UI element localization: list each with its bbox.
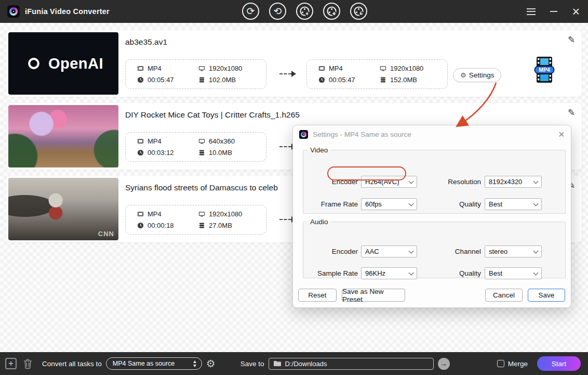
source-resolution: 640x360 (209, 137, 235, 145)
task-row-1: OpenAI ab3e35.av1 MP4 1920x1080 00:05:47… (6, 30, 582, 97)
toolbar: ⟳ ⟲ (242, 3, 367, 20)
target-resolution: 1920x1080 (390, 64, 423, 72)
video-quality-select[interactable]: Best (485, 198, 542, 210)
monitor-icon (198, 65, 205, 72)
convert-arrow-icon (279, 70, 296, 77)
trash-icon[interactable] (23, 358, 33, 369)
menu-icon[interactable] (527, 8, 536, 15)
video-thumbnail: CNN (8, 178, 118, 240)
dialog-close-icon[interactable]: × (558, 130, 565, 138)
file-title: ab3e35.av1 (125, 37, 167, 47)
chevron-down-icon (533, 248, 539, 253)
ripper-tool-icon[interactable]: ⟲ (269, 3, 286, 20)
save-as-new-preset-button[interactable]: Save as New Preset (342, 289, 405, 302)
video-settings-group: Video Encoder H264(AVC) Resolution 8192x… (303, 146, 566, 214)
source-size: 102.0MB (209, 76, 236, 84)
source-duration: 00:00:18 (148, 222, 174, 229)
source-duration: 00:05:47 (148, 76, 174, 84)
compressor-tool-icon[interactable] (323, 3, 340, 20)
save-to-label: Save to (240, 360, 264, 368)
source-format: MP4 (148, 210, 162, 218)
clock-icon (137, 149, 144, 156)
source-format: MP4 (148, 137, 162, 145)
encoder-label: Encoder (303, 176, 358, 188)
audio-quality-label: Quality (386, 267, 481, 279)
film-icon (137, 65, 144, 72)
folder-icon (273, 360, 282, 367)
output-format-badge[interactable]: MP4 (534, 56, 555, 85)
target-size: 152.0MB (390, 76, 417, 84)
source-format: MP4 (148, 64, 162, 72)
stepper-icon (193, 360, 196, 367)
convert-all-label: Convert all tasks to (42, 360, 102, 368)
filesize-icon (198, 222, 205, 229)
source-resolution: 1920x1080 (209, 64, 242, 72)
channel-select[interactable]: stereo (485, 245, 542, 257)
open-folder-arrow-icon[interactable]: → (438, 358, 450, 370)
bottombar: + Convert all tasks to MP4 Same as sourc… (0, 352, 588, 375)
openai-logo-icon (23, 53, 44, 74)
preset-gear-icon[interactable]: ⚙ (206, 357, 216, 370)
thumbnail-brand-text: CNN (98, 230, 114, 238)
source-info-box: MP4 1920x1080 00:05:47 102.0MB (125, 59, 266, 89)
edit-pencil-icon[interactable]: ✎ (568, 34, 575, 45)
source-duration: 00:03:12 (148, 149, 174, 157)
close-icon[interactable]: × (572, 6, 580, 17)
downloader-tool-icon[interactable] (296, 3, 313, 20)
audio-encoder-label: Encoder (303, 245, 358, 257)
video-thumbnail: OpenAI (8, 32, 118, 95)
resolution-label: Resolution (386, 176, 481, 188)
source-size: 27.0MB (209, 222, 232, 229)
cancel-button[interactable]: Cancel (485, 289, 523, 302)
toolbox-tool-icon[interactable] (350, 3, 367, 20)
sample-rate-label: Sample Rate (303, 267, 358, 279)
merge-label: Merge (508, 360, 528, 368)
edit-pencil-icon[interactable]: ✎ (568, 107, 575, 118)
window-controls: × (527, 0, 580, 23)
settings-button[interactable]: ⚙ Settings (453, 68, 501, 82)
film-icon (137, 211, 144, 217)
add-file-icon[interactable]: + (5, 358, 17, 369)
monitor-icon (198, 138, 205, 145)
frame-rate-label: Frame Rate (303, 198, 358, 210)
start-button[interactable]: Start (537, 356, 581, 371)
dialog-title: Settings - MP4 Same as source (313, 131, 411, 138)
mp4-badge-text: MP4 (539, 67, 550, 73)
source-resolution: 1920x1080 (209, 210, 242, 218)
settings-dialog: Settings - MP4 Same as source × Video En… (292, 125, 571, 308)
dialog-header: Settings - MP4 Same as source × (293, 125, 571, 143)
chevron-down-icon (533, 270, 539, 275)
file-title: DIY Rocket Mice Cat Toys | Critter Craft… (125, 110, 300, 120)
clock-icon (137, 222, 144, 229)
minimize-icon[interactable] (550, 11, 557, 12)
gear-icon: ⚙ (460, 71, 466, 79)
file-title: Syrians flood streets of Damascus to cel… (125, 183, 278, 192)
target-info-box: MP4 1920x1080 00:05:47 152.0MB (306, 59, 448, 89)
preset-dropdown[interactable]: MP4 Same as source (106, 357, 202, 370)
audio-quality-select[interactable]: Best (485, 267, 542, 279)
video-quality-label: Quality (386, 198, 481, 210)
merge-checkbox[interactable] (497, 360, 504, 367)
save-button[interactable]: Save (528, 289, 565, 302)
filesize-icon (198, 149, 205, 156)
chevron-down-icon (533, 178, 539, 184)
film-icon (137, 138, 144, 145)
convert-tool-icon[interactable]: ⟳ (242, 3, 259, 20)
film-icon (318, 65, 325, 72)
channel-label: Channel (386, 245, 481, 257)
audio-settings-group: Audio Encoder AAC Channel stereo Sample … (303, 218, 566, 278)
video-group-legend: Video (308, 146, 330, 154)
app-logo-icon (7, 5, 20, 18)
clock-icon (318, 76, 325, 83)
app-logo-icon (299, 130, 308, 139)
target-format: MP4 (329, 64, 343, 72)
filesize-icon (380, 76, 386, 83)
source-size: 10.0MB (209, 149, 232, 157)
target-duration: 00:05:47 (329, 76, 355, 84)
clock-icon (137, 76, 144, 83)
output-path-field[interactable]: D:/Downloads (269, 358, 434, 370)
titlebar: iFunia Video Converter ⟳ ⟲ × (0, 0, 588, 23)
reset-button[interactable]: Reset (298, 289, 337, 302)
audio-group-legend: Audio (308, 218, 331, 226)
resolution-select[interactable]: 8192x4320 (485, 176, 542, 188)
